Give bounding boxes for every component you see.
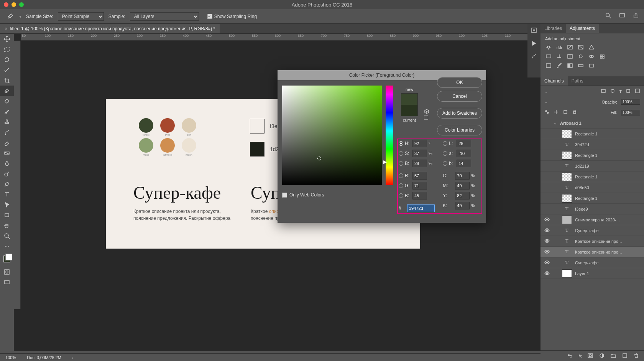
colorbal-icon[interactable]	[556, 53, 563, 59]
image-filter-icon[interactable]	[601, 88, 606, 94]
tab-paths[interactable]: Paths	[568, 76, 587, 86]
b-input[interactable]	[457, 160, 471, 167]
delete-layer-icon[interactable]	[633, 353, 639, 359]
hue-indicator-icon[interactable]: ▶	[383, 159, 386, 162]
magic-wand-tool[interactable]	[0, 65, 14, 75]
move-tool[interactable]	[0, 34, 14, 44]
add-to-swatches-button[interactable]: Add to Swatches	[437, 108, 482, 119]
dodge-tool[interactable]	[0, 168, 14, 179]
show-sampling-ring-checkbox[interactable]	[207, 14, 212, 19]
tab-adjustments[interactable]: Adjustments	[566, 24, 599, 33]
hex-input[interactable]	[407, 204, 435, 212]
layer-row[interactable]: Rectangle 1	[540, 129, 644, 139]
color-libraries-button[interactable]: Color Libraries	[437, 125, 482, 135]
tab-libraries[interactable]: Libraries	[540, 24, 566, 33]
cancel-button[interactable]: Cancel	[437, 91, 482, 102]
chanmixer-icon[interactable]	[588, 53, 595, 59]
gradientmap-icon[interactable]	[577, 63, 584, 69]
b-radio[interactable]	[443, 161, 447, 166]
eyedropper-icon[interactable]	[7, 12, 15, 21]
link-layers-icon[interactable]	[567, 353, 573, 359]
new-layer-icon[interactable]	[622, 353, 628, 359]
posterize-icon[interactable]	[556, 63, 563, 69]
layer-row[interactable]: Rectangle 1	[540, 171, 644, 182]
h-radio[interactable]	[399, 141, 403, 146]
brightness-icon[interactable]	[545, 44, 552, 50]
lock-all-icon[interactable]	[572, 109, 577, 115]
layer-row[interactable]: T39472d	[540, 139, 644, 150]
fill-input[interactable]	[621, 110, 640, 115]
vibrance-icon[interactable]	[588, 44, 595, 50]
adjust-filter-icon[interactable]	[610, 88, 615, 94]
saturation-value-picker[interactable]	[282, 86, 382, 185]
type-filter-icon[interactable]: T	[619, 89, 622, 94]
layer-row[interactable]: TКраткое описание про...	[540, 236, 644, 247]
tool-preset-chevron-icon[interactable]: ▾	[19, 14, 21, 19]
sample-size-select[interactable]: Point Sample	[58, 12, 104, 21]
visibility-icon[interactable]	[544, 271, 550, 276]
quick-mask-icon[interactable]	[0, 267, 14, 277]
layer-kind-chevron-icon[interactable]: ⌄	[544, 89, 548, 94]
mask-icon[interactable]	[587, 353, 593, 359]
color-picker-dialog[interactable]: Color Picker (Foreground Color) ▶ new cu…	[278, 70, 486, 223]
lock-pixels-icon[interactable]	[544, 109, 550, 115]
r-radio[interactable]	[399, 173, 403, 178]
layer-row[interactable]: Tf3eee9	[540, 204, 644, 214]
tab-channels[interactable]: Channels	[540, 76, 568, 86]
web-colors-checkbox[interactable]	[282, 193, 287, 198]
path-select-tool[interactable]	[0, 199, 14, 210]
bv-radio[interactable]	[399, 161, 403, 166]
colorlookup-icon[interactable]	[599, 53, 606, 59]
visibility-icon[interactable]	[544, 228, 550, 233]
hue-icon[interactable]	[545, 53, 552, 59]
pen-tool[interactable]	[0, 179, 14, 189]
k-input[interactable]	[455, 202, 470, 209]
g-input[interactable]	[412, 182, 427, 190]
layer-row[interactable]: Layer 1	[540, 268, 644, 279]
r-input[interactable]	[412, 172, 427, 180]
close-tab-icon[interactable]: ×	[5, 26, 8, 31]
l-input[interactable]	[457, 140, 471, 147]
s-radio[interactable]	[399, 151, 403, 156]
layer-row[interactable]: TКраткое описание про...	[540, 247, 644, 257]
visibility-icon[interactable]	[544, 260, 550, 265]
brushes-panel-icon[interactable]	[527, 50, 540, 63]
rectangle-tool[interactable]	[0, 210, 14, 220]
marquee-tool[interactable]	[0, 44, 14, 54]
shape-filter-icon[interactable]	[626, 88, 631, 94]
photofilter-icon[interactable]	[577, 53, 584, 59]
blend-mode-chevron-icon[interactable]: ⌄	[544, 99, 548, 104]
curves-icon[interactable]	[567, 44, 573, 50]
eyedropper-tool[interactable]	[0, 86, 14, 96]
smart-filter-icon[interactable]	[635, 88, 640, 94]
lock-artboard-icon[interactable]	[563, 109, 568, 115]
lock-position-icon[interactable]	[554, 109, 559, 115]
g-radio[interactable]	[399, 183, 403, 188]
levels-icon[interactable]	[556, 44, 563, 50]
exposure-icon[interactable]	[577, 44, 584, 50]
stamp-tool[interactable]	[0, 117, 14, 127]
a-input[interactable]	[457, 150, 471, 157]
maximize-window-icon[interactable]	[19, 2, 24, 7]
fill-adjust-icon[interactable]	[599, 353, 605, 359]
m-input[interactable]	[455, 182, 470, 190]
layer-row[interactable]: Rectangle 1	[540, 193, 644, 204]
screen-mode-icon[interactable]	[619, 12, 626, 20]
threshold-icon[interactable]	[567, 63, 573, 69]
visibility-icon[interactable]	[544, 250, 550, 254]
brush-tool[interactable]	[0, 106, 14, 117]
zoom-tool[interactable]	[0, 231, 14, 241]
layer-row[interactable]: Td08e50	[540, 182, 644, 193]
sample-layers-select[interactable]: All Layers	[130, 12, 199, 21]
edit-toolbar-icon[interactable]: ⋯	[0, 241, 14, 251]
selcolor-icon[interactable]	[588, 63, 595, 69]
eraser-tool[interactable]	[0, 137, 14, 148]
type-tool[interactable]	[0, 189, 14, 199]
a-radio[interactable]	[443, 151, 447, 156]
hue-slider[interactable]	[386, 86, 393, 185]
bw-icon[interactable]	[567, 53, 573, 59]
sv-cursor-icon[interactable]	[317, 157, 321, 160]
not-websafe-icon[interactable]	[424, 115, 428, 120]
status-chevron-icon[interactable]: ›	[72, 355, 74, 360]
document-tab[interactable]: × titled-1 @ 100% (Краткое описание прое…	[0, 24, 220, 33]
